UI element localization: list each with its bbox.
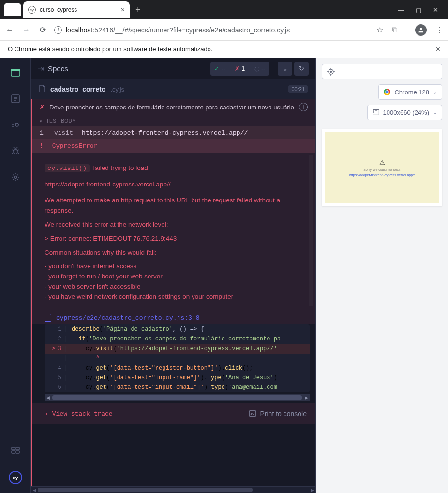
divider (406, 25, 406, 35)
reporter-panel: ⇥ Specs ✓-- ✗1 ◌-- ⌄ ↻ cadastro_correto … (31, 58, 316, 493)
tab-close-icon[interactable]: × (121, 6, 125, 14)
rerun-button[interactable]: ↻ (294, 62, 309, 76)
view-stack-trace-button[interactable]: › View stack trace (45, 410, 113, 417)
code-line-3: >3| cy.visit('https://adopet-frontend-cy… (45, 344, 310, 354)
scroll-thumb[interactable] (52, 395, 302, 400)
spec-name: cadastro_correto (50, 85, 105, 93)
profile-avatar-icon[interactable] (415, 24, 427, 36)
cypress-favicon-icon: cy (28, 6, 36, 14)
error-block: cy.visit() failed trying to load: https:… (32, 153, 315, 309)
ruler-icon (373, 109, 379, 115)
selector-playground-button[interactable] (322, 64, 340, 79)
sidebar-runs-icon[interactable] (10, 93, 21, 105)
spec-ext: .cy.js (110, 86, 124, 93)
spec-header[interactable]: cadastro_correto .cy.js 00:21 (31, 79, 315, 99)
forward-button[interactable]: → (21, 26, 31, 34)
test-title: Deve preencher os campos do formulário c… (49, 104, 294, 111)
svg-point-0 (420, 28, 422, 30)
banner-close-icon[interactable]: × (436, 45, 440, 54)
viewport-select[interactable]: 1000x660 (24%) ⌄ (367, 105, 442, 120)
chevron-right-icon: › (45, 410, 48, 417)
aut-url-row (322, 64, 442, 79)
code-line-2: 2| it('Deve preencher os campos do formu… (45, 334, 310, 344)
automation-banner: O Chrome está sendo controlado por um so… (0, 41, 448, 58)
svg-rect-9 (12, 451, 15, 453)
section-label[interactable]: ▾ TEST BODY (32, 115, 315, 126)
minimize-button[interactable]: — (398, 6, 404, 14)
reporter-header: ⇥ Specs ✓-- ✗1 ◌-- ⌄ ↻ (31, 58, 315, 79)
browser-select[interactable]: Chrome 128 ⌄ (378, 84, 442, 100)
code-line-4: 4| cy.get('[data-test="register-button"]… (45, 363, 310, 373)
stat-pending: ◌-- (251, 62, 269, 76)
browser-chrome: cy curso_cypress × + — ▢ ✕ ← → ⟳ i local… (0, 0, 448, 58)
aut-url-input[interactable] (340, 64, 442, 79)
err-p4: Common situations why this would fail: (45, 248, 308, 258)
browser-tab[interactable]: cy curso_cypress × (23, 1, 130, 18)
maximize-button[interactable]: ▢ (416, 6, 421, 14)
banner-text: O Chrome está sendo controlado por um so… (8, 46, 212, 53)
err-line1: failed trying to load: (93, 164, 150, 171)
aut-toolbar: Chrome 128 ⌄ 1000x660 (24%) ⌄ (316, 58, 448, 126)
chevron-down-icon: ⌄ (433, 110, 437, 115)
code-line-1: 1| describe('Página de cadastro', () => … (45, 324, 310, 334)
url-host: localhost (66, 26, 92, 34)
sidebar-keyboard-icon[interactable] (10, 445, 21, 456)
svg-point-13 (330, 71, 332, 73)
site-info-icon[interactable]: i (54, 26, 62, 34)
scroll-right-icon[interactable]: ▶ (309, 487, 315, 493)
aut-panel: Chrome 128 ⌄ 1000x660 (24%) ⌄ ⚠ Sorry, w… (316, 58, 448, 493)
code-line-6: 6| cy.get('[data-test="input-email"]').t… (45, 383, 310, 392)
file-icon (39, 85, 45, 94)
print-to-console-button[interactable]: Print to console (249, 410, 307, 417)
scroll-left-icon[interactable]: ◀ (45, 394, 51, 401)
spec-duration: 00:21 (288, 85, 308, 93)
cypress-logo-icon[interactable]: cy (9, 471, 22, 484)
command-row[interactable]: 1 visit https://adopet-frontend-cypress.… (32, 126, 315, 139)
scroll-right-icon[interactable]: ▶ (303, 394, 310, 401)
sidebar-specs-icon[interactable] (10, 67, 21, 78)
specs-breadcrumb[interactable]: ⇥ Specs (38, 64, 68, 73)
stat-failed: ✗1 (231, 62, 249, 76)
toggle-autoscroll-button[interactable]: ⌄ (278, 62, 292, 76)
svg-rect-2 (11, 69, 20, 71)
aut-viewport: ⚠ Sorry, we could not load: https://adop… (322, 129, 442, 206)
sidebar-debug-icon[interactable] (10, 119, 21, 131)
code-file-header[interactable]: cypress/e2e/cadastro_correto.cy.js:3:8 (32, 309, 315, 324)
test-row[interactable]: ✗ Deve preencher os campos do formulário… (32, 99, 315, 115)
err-p3: > Error: connect ETIMEDOUT 76.76.21.9:44… (45, 234, 308, 244)
extensions-icon[interactable]: ⧉ (392, 26, 397, 34)
error-bang-icon: ! (40, 142, 44, 150)
err-p2: We received this error at the network le… (45, 220, 308, 230)
address-bar[interactable]: i localhost:52416/__/#/specs/runner?file… (54, 26, 370, 34)
svg-rect-8 (16, 447, 19, 450)
viewport-label: 1000x660 (24%) (383, 109, 429, 116)
error-row[interactable]: ! CypressError (32, 139, 315, 153)
close-window-button[interactable]: ✕ (433, 6, 438, 14)
bookmark-icon[interactable]: ☆ (376, 25, 383, 34)
fail-icon: ✗ (40, 104, 45, 110)
svg-point-4 (15, 123, 18, 126)
reporter-hscrollbar[interactable]: ◀ ▶ (31, 486, 315, 493)
tab-spacer (4, 3, 21, 16)
err-b2: - you forgot to run / boot your web serv… (45, 272, 308, 282)
aut-error-link[interactable]: https://adopet-frontend-cypress.vercel.a… (349, 173, 415, 177)
reload-button[interactable]: ⟳ (38, 25, 47, 34)
code-hscrollbar[interactable]: ◀ ▶ (45, 394, 310, 401)
warning-icon: ⚠ (379, 159, 385, 166)
code-block: 1| describe('Página de cadastro', () => … (45, 324, 310, 392)
sidebar-bug-icon[interactable] (10, 145, 21, 157)
menu-icon[interactable]: ⋮ (435, 25, 443, 34)
scroll-left-icon[interactable]: ◀ (31, 487, 38, 493)
toolbar-right: ☆ ⧉ ⋮ (376, 24, 443, 36)
new-tab-button[interactable]: + (135, 5, 141, 15)
scroll-indicator[interactable] (309, 155, 313, 306)
back-button[interactable]: ← (5, 26, 15, 34)
help-icon[interactable]: i (299, 103, 308, 111)
test-stats: ✓-- ✗1 ◌-- (210, 62, 269, 76)
sidebar: cy (0, 58, 31, 493)
url-path: /__/#/specs/runner?file=cypress/e2e/cada… (113, 26, 290, 34)
code-line-5: 5| cy.get('[data-test="input-name"]').ty… (45, 373, 310, 383)
section-text: TEST BODY (46, 118, 76, 123)
sidebar-settings-icon[interactable] (10, 171, 21, 183)
scroll-thumb[interactable] (38, 488, 253, 492)
